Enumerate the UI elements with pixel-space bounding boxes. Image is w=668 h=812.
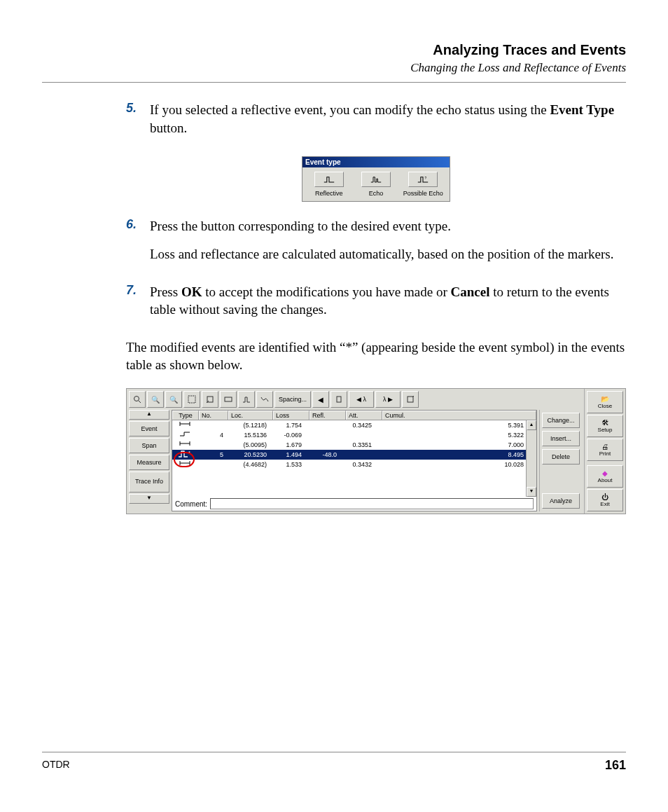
tab-event[interactable]: Event [129,421,169,436]
zoom-event-icon[interactable] [238,391,255,408]
action-column: Change... Insert... Delete Analyze [539,410,582,511]
echo-pulse-icon [370,174,382,184]
step7-c: to accept the modifications you have mad… [202,284,450,299]
table-header-row: Type No. Loc. Loss Refl. Att. Cumul. [172,411,536,420]
col-cumul[interactable]: Cumul. [382,411,536,420]
header-rule [42,82,626,83]
step5-text-c: button. [150,121,187,135]
cell-refl [304,460,339,469]
event-type-option-reflective[interactable]: Reflective [308,172,350,197]
folder-icon: 📂 [601,396,609,403]
scroll-up-icon[interactable]: ▲ [527,420,536,430]
table-scrollbar[interactable]: ▲ ▼ [526,420,536,497]
echo-button[interactable] [361,172,391,187]
marker-prev-icon[interactable]: ◀ [312,391,329,408]
col-type[interactable]: Type [172,411,199,420]
delete-button[interactable]: Delete [542,449,580,465]
spacing-button[interactable]: Spacing... [274,391,311,408]
lambda-next-button[interactable]: λ ▶ [375,391,401,408]
about-button[interactable]: ◆About [587,465,623,488]
analyze-button[interactable]: Analyze [542,493,580,509]
svg-line-2 [139,401,141,403]
tab-span[interactable]: Span [129,438,169,453]
scroll-down-icon[interactable]: ▼ [527,487,536,497]
cell-no [197,440,225,450]
table-row[interactable]: (4.4682)1.5330.343210.028 [172,460,526,469]
svg-text:*: * [188,450,190,455]
zoom-in-icon[interactable]: 🔍 [147,391,164,408]
cell-loc: (5.0095) [225,440,269,450]
cell-no: 5 [197,450,225,460]
event-type-option-echo[interactable]: Echo [355,172,397,197]
step7-a: Press [150,284,181,299]
zoom-fit-icon[interactable] [202,391,218,408]
col-no[interactable]: No. [199,411,228,420]
exit-button[interactable]: ⏻Exit [587,489,623,511]
event-type-option-possible-echo[interactable]: ? Possible Echo [402,172,444,197]
step-5: 5. If you selected a reflective event, y… [126,101,626,146]
possible-echo-icon: ? [417,174,429,184]
cell-loss: 1.754 [269,420,304,430]
reflective-button[interactable] [314,172,344,187]
zoom-trace-icon[interactable] [256,391,273,408]
col-loss[interactable]: Loss [273,411,309,420]
step5-bold: Event Type [550,102,614,117]
cell-cumul: 10.028 [374,460,526,469]
cell-att: 0.3425 [339,420,374,430]
setup-button[interactable]: 🛠Setup [587,415,623,437]
lambda-prev-button[interactable]: ◀ λ [349,391,374,408]
step6-p1: Press the button corresponding to the de… [150,217,626,235]
svg-rect-6 [225,397,232,401]
zoom-horiz-icon[interactable] [220,391,237,408]
marker-select-icon[interactable] [330,391,347,408]
cell-no [197,420,225,430]
step-number: 5. [126,101,150,146]
toolbar: 🔍 🔍 Spacing... ◀ ◀ λ λ ▶ [129,391,582,408]
span-icon [172,440,197,450]
tab-trace-info[interactable]: Trace Info [129,472,169,493]
zoom-out-icon[interactable]: 🔍 [165,391,182,408]
table-row[interactable]: (5.1218)1.7540.34255.391 [172,420,526,430]
possible-echo-button[interactable]: ? [408,172,438,187]
cell-loc: 20.5230 [225,450,269,460]
gear-icon: 🛠 [601,420,608,427]
otdr-window: 🔍 🔍 Spacing... ◀ ◀ λ λ ▶ ▲ Event Span [126,388,626,514]
tab-scroll-up[interactable]: ▲ [129,410,169,420]
change-button[interactable]: Change... [542,413,580,428]
narrative-text: The modified events are identified with … [126,338,626,374]
col-refl[interactable]: Refl. [309,411,346,420]
svg-rect-8 [408,397,413,402]
printer-icon: 🖨 [601,443,608,450]
table-row[interactable]: *520.52301.494-48.08.495 [172,450,526,460]
cell-loc: (4.4682) [225,460,269,469]
power-icon: ⏻ [601,494,608,501]
page-subtitle: Changing the Loss and Reflectance of Eve… [42,61,626,75]
cell-cumul: 5.391 [374,420,526,430]
col-att[interactable]: Att. [346,411,382,420]
table-row[interactable]: 415.5136-0.0695.322 [172,430,526,440]
cell-refl: -48.0 [304,450,339,460]
cell-refl [304,430,339,440]
view-toggle-icon[interactable] [402,391,419,408]
cell-loc: (5.1218) [225,420,269,430]
footer-page-number: 161 [605,758,626,773]
step6-p2: Loss and reflectance are calculated auto… [150,245,626,263]
cell-att: 0.3432 [339,460,374,469]
reflective-pulse-icon [323,174,335,184]
insert-button[interactable]: Insert... [542,431,580,446]
print-button[interactable]: 🖨Print [587,439,623,461]
comment-input[interactable] [210,498,534,509]
col-loc[interactable]: Loc. [228,411,273,420]
zoom-tool-icon[interactable] [129,391,146,408]
tab-scroll-down[interactable]: ▼ [129,494,169,504]
cell-loss: -0.069 [269,430,304,440]
zoom-area-icon[interactable] [183,391,200,408]
table-row[interactable]: (5.0095)1.6790.33517.000 [172,440,526,450]
echo-label: Echo [355,190,397,197]
close-button[interactable]: 📂Close [587,391,623,413]
cell-att: 0.3351 [339,440,374,450]
cell-refl [304,420,339,430]
step-icon [172,430,197,440]
tab-measure[interactable]: Measure [129,455,169,470]
cell-refl [304,440,339,450]
